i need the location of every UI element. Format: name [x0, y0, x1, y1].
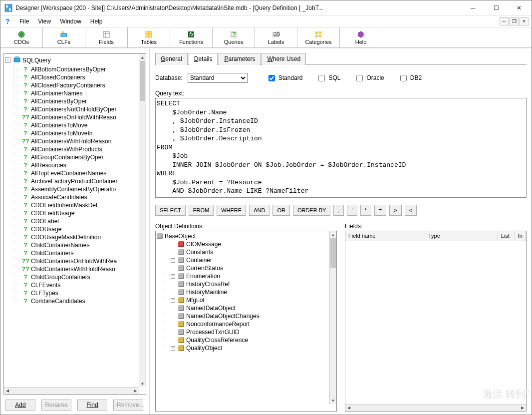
tree-item[interactable]: ?AllTopLevelContainerNames	[22, 169, 139, 177]
mdi-restore-button[interactable]: ❐	[510, 17, 519, 25]
sql-btn-where[interactable]: WHERE	[217, 205, 246, 216]
fields-hscrollbar[interactable]: ◀ ▶	[345, 404, 526, 411]
tree-item[interactable]: ?AllResources	[22, 161, 139, 169]
db-check-db2[interactable]: DB2	[398, 73, 422, 83]
scroll-left-icon[interactable]: ◀	[345, 405, 352, 411]
scroll-thumb[interactable]	[140, 61, 145, 101]
sql-btn-[interactable]: =	[374, 205, 386, 216]
object-item[interactable]: HistoryCrossRef	[171, 280, 328, 288]
object-item[interactable]: CIOMessage	[171, 240, 328, 248]
sql-btn-[interactable]: '	[347, 205, 357, 216]
tree-item[interactable]: ?AllContainerNames	[22, 89, 139, 97]
database-select[interactable]: Standard	[188, 73, 248, 83]
tree-item[interactable]: ?AllContainersToMove	[22, 121, 139, 129]
toolbar-clfs[interactable]: CLFs	[43, 27, 85, 47]
toolbar-queries[interactable]: ?Queries	[213, 27, 255, 47]
tree-item[interactable]: ?ChildGroupContainers	[22, 273, 139, 281]
tree-item[interactable]: ?ArchiveFactoryProductContainer	[22, 177, 139, 185]
object-tree[interactable]: BaseObject CIOMessageConstants+Container…	[156, 231, 329, 411]
tab-details[interactable]: Details	[189, 53, 218, 65]
checkbox[interactable]	[318, 75, 325, 81]
tree-item[interactable]: ??AllContainersOnHoldWithReaso	[22, 113, 139, 121]
scroll-up-icon[interactable]: ▲	[330, 231, 336, 238]
toolbar-tables[interactable]: Tables	[128, 27, 170, 47]
col-field-name[interactable]: Field name	[345, 231, 425, 241]
sql-btn-and[interactable]: AND	[249, 205, 269, 216]
tree-item[interactable]: ?CDOUsageMaskDefinition	[22, 233, 139, 241]
tree-item[interactable]: ?CDOFieldUsage	[22, 209, 139, 217]
col-list[interactable]: List	[498, 231, 515, 241]
col-type[interactable]: Type	[425, 231, 498, 241]
object-item[interactable]: CurrentStatus	[171, 264, 328, 272]
mdi-close-button[interactable]: ×	[520, 17, 529, 25]
tree-item[interactable]: ?AllClosedFactoryContainers	[22, 81, 139, 89]
tree-item[interactable]: ?CLFEvents	[22, 281, 139, 289]
scroll-down-icon[interactable]: ▼	[330, 397, 336, 404]
find-button[interactable]: Find	[77, 400, 107, 411]
sql-btn-[interactable]: *	[360, 205, 371, 216]
help-icon[interactable]: ?	[3, 17, 11, 25]
checkbox[interactable]	[268, 75, 275, 81]
tree-item[interactable]: ?AllClosedContainers	[22, 73, 139, 81]
tree-item[interactable]: ?AssemblyContainersByOperatio	[22, 185, 139, 193]
tab-general[interactable]: General	[155, 53, 188, 65]
sql-btn-or[interactable]: OR	[272, 205, 290, 216]
tree-item[interactable]: ??ChildContainersWithHoldReaso	[22, 265, 139, 273]
toolbar-cdos[interactable]: CDOs	[0, 27, 43, 47]
tree-item[interactable]: ?AllBottomContainersByOper	[22, 65, 139, 73]
checkbox[interactable]	[400, 75, 407, 81]
tree-item[interactable]: ?ChildContainers	[22, 249, 139, 257]
scroll-thumb[interactable]	[330, 238, 336, 268]
object-item[interactable]: NamedDataObjectChanges	[171, 312, 328, 320]
mdi-minimize-button[interactable]: –	[500, 17, 509, 25]
object-tree-root[interactable]: BaseObject	[157, 232, 328, 240]
scroll-right-icon[interactable]: ▶	[519, 405, 526, 411]
object-item[interactable]: QualityCrossReference	[171, 336, 328, 344]
object-item[interactable]: +MfgLot	[171, 296, 328, 304]
tree-item[interactable]: ?CLFTypes	[22, 289, 139, 297]
sql-btn-[interactable]: ,	[333, 205, 344, 216]
menu-window[interactable]: Window	[56, 16, 85, 26]
sql-btn-orderby[interactable]: ORDER BY	[293, 205, 330, 216]
tree-item[interactable]: ??ChildContainersOnHoldWithRea	[22, 257, 139, 265]
tab-parameters[interactable]: Parameters	[219, 53, 261, 65]
tree-item[interactable]: ?CDOFieldInheritMaskDef	[22, 201, 139, 209]
tree-vscrollbar[interactable]: ▲ ▼	[139, 54, 146, 387]
tree-item[interactable]: ?AllContainersToMoveIn	[22, 129, 139, 137]
tree-expander-icon[interactable]: −	[5, 57, 10, 63]
add-button[interactable]: Add	[5, 400, 35, 411]
tree-expander-icon[interactable]: +	[171, 274, 175, 279]
object-item[interactable]: +Container	[171, 256, 328, 264]
object-item[interactable]: NonconformanceReport	[171, 320, 328, 328]
query-tree[interactable]: − SQLQuery ?AllBottomContainersByOper?Al…	[4, 54, 139, 387]
object-item[interactable]: HistoryMainline	[171, 288, 328, 296]
scroll-up-icon[interactable]: ▲	[139, 54, 146, 61]
close-button[interactable]: ✕	[508, 0, 531, 15]
col-in[interactable]: In	[515, 231, 526, 241]
maximize-button[interactable]: ☐	[485, 0, 508, 15]
toolbar-functions[interactable]: fxFunctions	[170, 27, 213, 47]
object-item[interactable]: NamedDataObject	[171, 304, 328, 312]
tree-expander-icon[interactable]: +	[171, 298, 175, 303]
sql-btn-[interactable]: <	[405, 205, 417, 216]
tree-item[interactable]: ?AllGroupContainersByOper	[22, 153, 139, 161]
db-check-oracle[interactable]: Oracle	[354, 73, 384, 83]
objtree-vscrollbar[interactable]: ▲ ▼	[329, 231, 336, 404]
tree-item[interactable]: ?ChildContainerNames	[22, 241, 139, 249]
db-check-sql[interactable]: SQL	[316, 73, 340, 83]
toolbar-fields[interactable]: Fields	[85, 27, 128, 47]
menu-help[interactable]: Help	[86, 16, 107, 26]
menu-view[interactable]: View	[34, 16, 55, 26]
tree-item[interactable]: ?AssociateCandidates	[22, 193, 139, 201]
minimize-button[interactable]: ─	[462, 0, 485, 15]
toolbar-labels[interactable]: abcLabels	[255, 27, 297, 47]
tree-expander-icon[interactable]: +	[171, 346, 175, 351]
toolbar-categories[interactable]: Categories	[297, 27, 340, 47]
scroll-down-icon[interactable]: ▼	[139, 380, 146, 387]
object-item[interactable]: +QualityObject	[171, 344, 328, 352]
tree-item[interactable]: ?AllContainersByOper	[22, 97, 139, 105]
scroll-left-icon[interactable]: ◀	[4, 388, 11, 394]
sql-btn-select[interactable]: SELECT	[155, 205, 186, 216]
tab-where-used[interactable]: Where Used	[262, 53, 306, 65]
object-item[interactable]: ProcessedTxnGUID	[171, 328, 328, 336]
